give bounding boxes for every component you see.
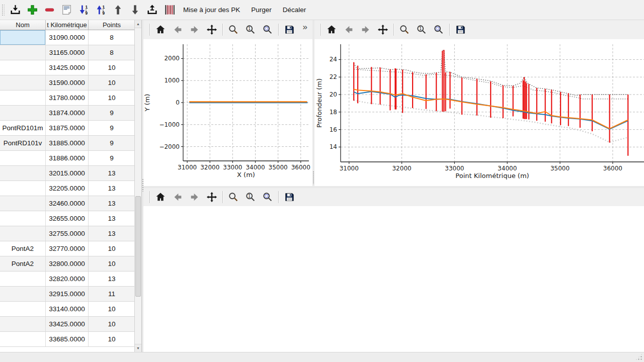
table-cell[interactable] xyxy=(0,151,46,165)
table-cell[interactable]: 9 xyxy=(89,136,135,150)
table-row[interactable]: 32915.000011 xyxy=(0,287,135,302)
table-row[interactable]: 31165.00008 xyxy=(0,45,135,60)
table-cell[interactable]: 31590.0000 xyxy=(46,75,89,90)
home-icon[interactable] xyxy=(154,191,167,204)
scroll-up-button[interactable]: ▲ xyxy=(135,20,141,28)
table-cell[interactable] xyxy=(0,332,46,346)
zoom-rect-icon[interactable] xyxy=(262,23,274,36)
table-cell[interactable]: 31875.0000 xyxy=(46,121,89,135)
table-cell[interactable]: 32205.0000 xyxy=(46,181,89,196)
table-row[interactable]: 31874.00009 xyxy=(0,106,135,121)
sort-desc-icon[interactable]: 19 xyxy=(92,2,109,18)
table-cell[interactable]: 32655.0000 xyxy=(46,211,89,226)
update-pk-button[interactable]: Mise à jour des PK xyxy=(178,2,246,18)
table-cell[interactable]: PontA2 xyxy=(0,256,46,271)
export-icon[interactable] xyxy=(143,2,160,18)
import-icon[interactable] xyxy=(7,2,24,18)
table-cell[interactable]: 9 xyxy=(89,121,135,135)
table-cell[interactable]: 31780.0000 xyxy=(46,90,89,105)
table-cell[interactable] xyxy=(0,302,46,316)
table-cell[interactable] xyxy=(0,196,46,211)
empty-plot-canvas[interactable] xyxy=(143,206,644,352)
home-icon[interactable] xyxy=(154,23,167,36)
purge-button[interactable]: Purger xyxy=(246,2,277,18)
table-cell[interactable] xyxy=(0,287,46,301)
table-row[interactable]: 31090.00008 xyxy=(0,30,135,45)
table-row[interactable]: 32655.000013 xyxy=(0,211,135,226)
table-cell[interactable]: 32770.0000 xyxy=(46,241,89,256)
table-cell[interactable]: 10 xyxy=(89,302,135,316)
table-cell[interactable] xyxy=(0,30,46,45)
table-cell[interactable] xyxy=(0,226,46,241)
table-cell[interactable]: 32800.0000 xyxy=(46,256,89,271)
pan-icon[interactable] xyxy=(206,191,218,204)
table-row[interactable]: 33685.000010 xyxy=(0,332,135,347)
profile-stripes-icon[interactable] xyxy=(160,2,178,18)
table-cell[interactable] xyxy=(0,45,46,60)
table-cell[interactable]: 31165.0000 xyxy=(46,45,89,60)
table-cell[interactable]: 9 xyxy=(89,106,135,120)
table-cell[interactable]: 32915.0000 xyxy=(46,287,89,301)
pan-icon[interactable] xyxy=(377,23,389,36)
zoom-icon[interactable] xyxy=(227,23,239,36)
table-row[interactable]: PontA232800.000010 xyxy=(0,256,135,272)
table-cell[interactable]: 10 xyxy=(89,75,135,90)
table-row[interactable]: 31886.00009 xyxy=(0,151,135,166)
column-header-points[interactable]: Points xyxy=(89,20,135,30)
table-cell[interactable] xyxy=(0,272,46,286)
add-icon[interactable] xyxy=(24,2,41,18)
shift-button[interactable]: Décaler xyxy=(277,2,312,18)
pan-icon[interactable] xyxy=(206,23,218,36)
table-cell[interactable]: PontA2 xyxy=(0,241,46,256)
table-cell[interactable] xyxy=(0,317,46,331)
table-cell[interactable] xyxy=(0,106,46,120)
table-scrollbar[interactable]: ▲ ▼ xyxy=(134,20,141,352)
table-cell[interactable]: 33685.0000 xyxy=(46,332,89,346)
table-cell[interactable] xyxy=(0,211,46,226)
table-row[interactable]: 31590.000010 xyxy=(0,75,135,90)
table-row-clipped[interactable] xyxy=(0,347,135,352)
toolbar-extension-chevron[interactable]: » xyxy=(303,22,307,32)
table-cell[interactable]: 8 xyxy=(89,30,135,45)
table-cell[interactable]: 31886.0000 xyxy=(46,151,89,165)
table-cell[interactable]: 9 xyxy=(89,151,135,165)
scroll-down-button[interactable]: ▼ xyxy=(135,344,141,352)
table-row[interactable]: 32205.000013 xyxy=(0,181,135,196)
toolbar-drag-handle[interactable] xyxy=(1,4,5,17)
table-cell[interactable] xyxy=(0,75,46,90)
table-row[interactable]: 32015.000013 xyxy=(0,166,135,181)
table-cell[interactable]: 32460.0000 xyxy=(46,196,89,211)
column-header-nom[interactable]: Nom xyxy=(0,20,46,30)
zoom-icon[interactable] xyxy=(398,23,411,36)
table-cell[interactable]: 31425.0000 xyxy=(46,60,89,75)
notes-icon[interactable] xyxy=(58,2,75,18)
column-header-pk[interactable]: t Kilométrique xyxy=(46,20,89,30)
home-icon[interactable] xyxy=(326,23,338,36)
sort-asc-icon[interactable]: 19 xyxy=(75,2,92,18)
table-cell[interactable]: 33425.0000 xyxy=(46,317,89,331)
xy-plot-canvas[interactable]: 310003200033000340003500036000−2000−1000… xyxy=(143,39,312,186)
zoom-one-icon[interactable]: 1 xyxy=(245,23,257,36)
zoom-rect-icon[interactable] xyxy=(262,191,274,204)
resize-grip[interactable] xyxy=(635,353,642,360)
table-row[interactable]: PontRD101v31885.00009 xyxy=(0,136,135,151)
table-cell[interactable]: 13 xyxy=(89,226,135,241)
table-cell[interactable]: 13 xyxy=(89,211,135,226)
table-cell[interactable]: 31874.0000 xyxy=(46,106,89,120)
back-icon[interactable] xyxy=(172,191,184,204)
table-cell[interactable]: 32820.0000 xyxy=(46,272,89,286)
zoom-one-icon[interactable]: 1 xyxy=(245,191,257,204)
table-cell[interactable]: 31090.0000 xyxy=(46,30,89,45)
table-cell[interactable] xyxy=(0,166,46,180)
table-cell[interactable]: 8 xyxy=(89,45,135,60)
zoom-rect-icon[interactable] xyxy=(433,23,445,36)
table-cell[interactable]: 10 xyxy=(89,241,135,256)
save-icon[interactable] xyxy=(283,191,295,204)
table-cell[interactable]: PontRD101m xyxy=(0,121,46,135)
table-row[interactable]: 31425.000010 xyxy=(0,60,135,75)
table-cell[interactable] xyxy=(0,90,46,105)
table-cell[interactable] xyxy=(0,60,46,75)
table-cell[interactable]: 32755.0000 xyxy=(46,226,89,241)
table-cell[interactable] xyxy=(0,181,46,196)
table-row[interactable]: 33140.000010 xyxy=(0,302,135,317)
